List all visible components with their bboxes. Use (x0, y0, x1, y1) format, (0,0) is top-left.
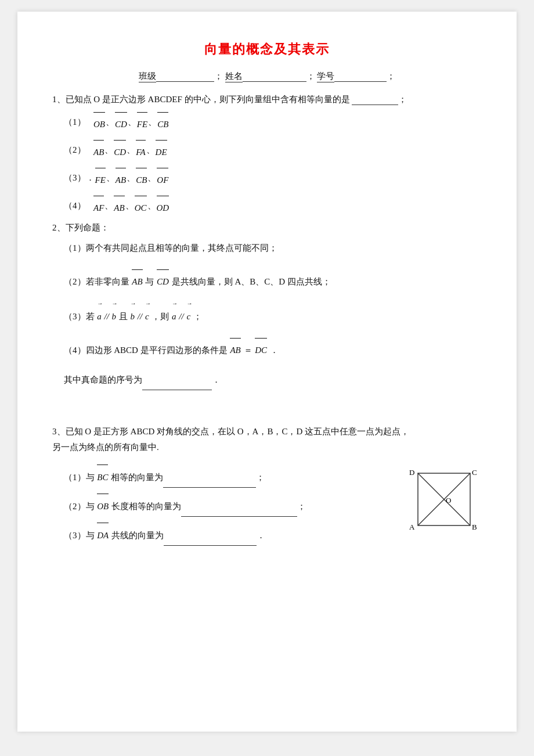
q3-diagram: D C A B O (406, 465, 482, 542)
header-line: 班级 ； 姓名 ； 学号 ； (52, 71, 482, 82)
id-blank[interactable] (334, 71, 387, 82)
label-D: D (409, 468, 414, 477)
q2-text: 2、下列命题： (52, 222, 482, 233)
page-title: 向量的概念及其表示 (52, 41, 482, 58)
question-1: 1、已知点 O 是正六边形 ABCDEF 的中心，则下列向量组中含有相等向量的是… (52, 94, 482, 217)
q3-content: （1）与 BC 相等的向量为 ； （2）与 OB 长度相等的向量为 ； （3）与… (52, 459, 482, 550)
q3-text1: 3、已知 O 是正方形 ABCD 对角线的交点，在以 O，A，B，C，D 这五点… (52, 426, 482, 437)
name-blank[interactable] (243, 71, 306, 82)
label-A: A (409, 523, 415, 531)
q2-conclusion: 其中真命题的序号为 ． (64, 370, 482, 390)
q2-item-3: （3）若 a // b 且 b // c ，则 a // c ； (64, 302, 482, 325)
class-blank[interactable] (156, 71, 214, 82)
name-label: 姓名 (225, 71, 243, 82)
question-2: 2、下列命题： （1）两个有共同起点且相等的向量，其终点可能不同； （2）若非零… (52, 222, 482, 390)
q2-item-4: （4）四边形 ABCD 是平行四边形的条件是 AB ＝ DC ． (64, 337, 482, 359)
q1-option-3: （3）． FE、 AB、 CB、 OF (64, 167, 482, 189)
q3-sub3: （3）与 DA 共线的向量为 ． (64, 521, 395, 546)
label-C: C (472, 468, 477, 477)
q1-text: 1、已知点 O 是正六边形 ABCDEF 的中心，则下列向量组中含有相等向量的是… (52, 94, 482, 105)
class-label: 班级 (139, 71, 156, 82)
label-B: B (472, 523, 477, 531)
q3-questions: （1）与 BC 相等的向量为 ； （2）与 OB 长度相等的向量为 ； （3）与… (52, 459, 395, 550)
q3-sub3-blank[interactable] (164, 526, 257, 546)
q2-item-1: （1）两个有共同起点且相等的向量，其终点可能不同； (64, 239, 482, 257)
q2-conclusion-blank[interactable] (142, 370, 212, 390)
q1-answer-blank[interactable] (352, 95, 398, 105)
id-label: 学号 (317, 71, 334, 82)
q2-items: （1）两个有共同起点且相等的向量，其终点可能不同； （2）若非零向量 AB 与 … (64, 239, 482, 359)
q2-item-2: （2）若非零向量 AB 与 CD 是共线向量，则 A、B、C、D 四点共线； (64, 268, 482, 290)
q1-option-1: （1） OB、 CD、 FE、 CB (64, 111, 482, 133)
page: 向量的概念及其表示 班级 ； 姓名 ； 学号 ； 1、已知点 O 是正六边形 A… (17, 12, 517, 732)
q3-sub2: （2）与 OB 长度相等的向量为 ； (64, 492, 395, 517)
q3-sub1-blank[interactable] (163, 468, 256, 488)
q3-text2: 另一点为终点的所有向量中. (52, 442, 482, 453)
q1-option-4: （4） AF、 AB、 OC、 OD (64, 195, 482, 217)
question-3: 3、已知 O 是正方形 ABCD 对角线的交点，在以 O，A，B，C，D 这五点… (52, 426, 482, 550)
q1-option-2: （2） AB、 CD、 FA、 DE (64, 139, 482, 161)
label-O: O (446, 496, 451, 505)
q3-sub2-blank[interactable] (181, 497, 297, 517)
q3-sub1: （1）与 BC 相等的向量为 ； (64, 463, 395, 488)
